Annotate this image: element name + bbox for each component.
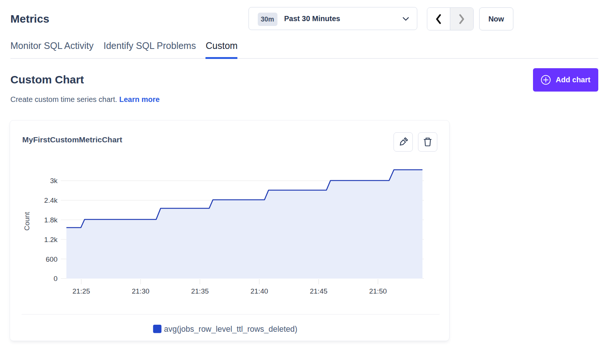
svg-text:1.2k: 1.2k xyxy=(44,236,57,244)
svg-text:21:35: 21:35 xyxy=(191,287,209,295)
svg-text:1.8k: 1.8k xyxy=(44,216,57,224)
svg-text:avg(jobs_row_level_ttl_rows_de: avg(jobs_row_level_ttl_rows_deleted) xyxy=(164,325,297,334)
svg-text:2.4k: 2.4k xyxy=(44,196,57,204)
svg-text:21:25: 21:25 xyxy=(72,287,90,295)
svg-text:21:45: 21:45 xyxy=(310,287,328,295)
svg-text:Count: Count xyxy=(23,212,31,231)
svg-text:21:40: 21:40 xyxy=(250,287,268,295)
svg-text:3k: 3k xyxy=(50,177,58,185)
svg-text:600: 600 xyxy=(46,255,57,263)
svg-text:21:30: 21:30 xyxy=(132,287,149,295)
svg-text:21:50: 21:50 xyxy=(369,287,387,295)
svg-text:0: 0 xyxy=(53,275,57,282)
